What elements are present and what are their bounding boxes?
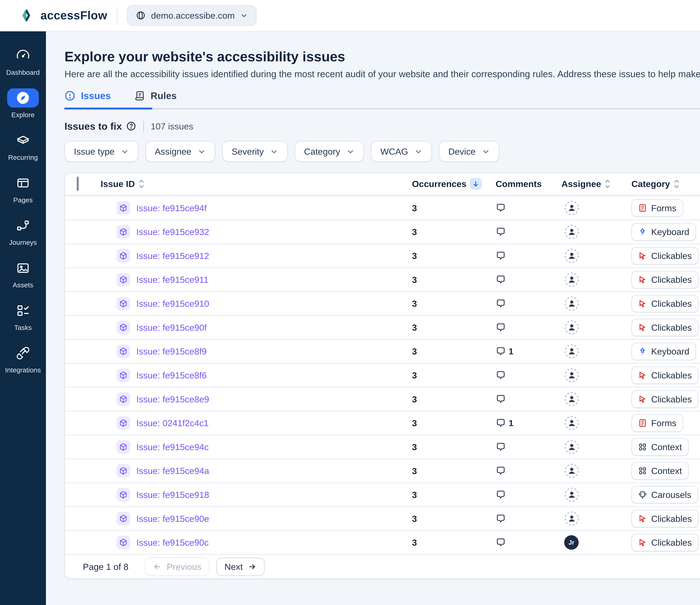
- category-badge: Clickables: [631, 534, 698, 551]
- arrow-right-icon: [248, 562, 256, 571]
- filter-severity[interactable]: Severity: [222, 141, 288, 162]
- comments-button[interactable]: [492, 513, 557, 524]
- issue-package-icon: [117, 512, 130, 526]
- issues-to-fix-heading: Issues to fix: [65, 121, 122, 132]
- comments-button[interactable]: [492, 322, 557, 333]
- sidebar-item-recurring[interactable]: Recurring: [0, 125, 46, 167]
- comments-button[interactable]: [492, 442, 557, 452]
- comments-button[interactable]: [492, 227, 557, 237]
- filter-issue-type[interactable]: Issue type: [65, 141, 138, 162]
- assignee-placeholder-icon[interactable]: [564, 487, 579, 502]
- comments-button[interactable]: [492, 490, 557, 500]
- assignee-placeholder-icon[interactable]: [564, 320, 579, 335]
- issue-link[interactable]: Issue: fe915ce918: [136, 490, 209, 500]
- issue-link[interactable]: Issue: fe915ce94f: [136, 203, 207, 213]
- assignee-avatar[interactable]: Jr: [564, 535, 579, 550]
- filter-assignee[interactable]: Assignee: [145, 141, 215, 162]
- assignee-placeholder-icon[interactable]: [564, 224, 579, 240]
- sidebar-item-label: Tasks: [14, 324, 32, 332]
- tasks-icon: [16, 303, 30, 318]
- comments-button[interactable]: [492, 274, 557, 285]
- comments-button[interactable]: [492, 394, 557, 404]
- category-badge: Forms: [631, 414, 683, 432]
- filter-device[interactable]: Device: [439, 141, 499, 162]
- sidebar-item-assets[interactable]: Assets: [0, 252, 46, 295]
- sidebar-item-pages[interactable]: Pages: [0, 167, 46, 210]
- table-row: Issue: fe915ce90c3JrClickablesHighLevel …: [65, 530, 700, 554]
- clickables-icon: [638, 514, 647, 523]
- assignee-placeholder-icon[interactable]: [564, 296, 579, 311]
- comments-button[interactable]: [492, 537, 557, 548]
- issue-link[interactable]: Issue: fe915ce94c: [136, 442, 209, 452]
- comments-button[interactable]: [492, 203, 557, 213]
- brand-logo[interactable]: accessFlow: [21, 8, 107, 23]
- sidebar-item-tasks[interactable]: Tasks: [0, 295, 46, 338]
- tab-issues[interactable]: Issues: [65, 90, 111, 110]
- issue-link[interactable]: Issue: fe915ce90c: [136, 537, 209, 548]
- comment-icon: [496, 227, 506, 237]
- column-header-issue-id[interactable]: Issue ID: [97, 179, 406, 189]
- table-row: Issue: fe915ce9183CarouselsHighLevel ACa…: [65, 482, 700, 506]
- assignee-placeholder-icon[interactable]: [564, 463, 579, 478]
- issue-package-icon: [117, 249, 130, 263]
- tab-rules[interactable]: Rules: [134, 90, 177, 110]
- domain-selector[interactable]: demo.accessibe.com: [127, 5, 256, 26]
- comments-button[interactable]: [492, 251, 557, 261]
- issue-link[interactable]: Issue: fe915ce94a: [136, 466, 209, 476]
- occurrences-value: 3: [406, 394, 492, 404]
- chevron-down-icon: [414, 147, 423, 155]
- issue-link[interactable]: Issue: fe915ce8f9: [136, 346, 207, 357]
- comment-icon: [496, 466, 506, 476]
- assignee-placeholder-icon[interactable]: [564, 248, 579, 263]
- page-subtitle: Here are all the accessibility issues id…: [65, 69, 700, 79]
- comments-button[interactable]: 1: [492, 346, 557, 357]
- table-header-row: Issue IDOccurrencesCommentsAssigneeCateg…: [65, 173, 700, 195]
- comments-button[interactable]: [492, 370, 557, 380]
- sidebar-item-dashboard[interactable]: Dashboard: [0, 40, 46, 82]
- assignee-placeholder-icon[interactable]: [564, 272, 579, 287]
- next-page-button[interactable]: Next: [216, 558, 265, 576]
- assignee-placeholder-icon[interactable]: [564, 415, 579, 431]
- clickables-icon: [638, 275, 647, 284]
- comment-icon: [496, 346, 506, 357]
- column-header-category[interactable]: Category: [627, 179, 700, 189]
- issue-link[interactable]: Issue: fe915ce932: [136, 227, 209, 237]
- issue-link[interactable]: Issue: fe915ce912: [136, 251, 209, 261]
- issue-link[interactable]: Issue: fe915ce90e: [136, 513, 209, 524]
- sidebar-item-journeys[interactable]: Journeys: [0, 210, 46, 252]
- route-icon: [16, 218, 30, 233]
- issue-link[interactable]: Issue: fe915ce910: [136, 298, 209, 309]
- issue-link[interactable]: Issue: fe915ce8e9: [136, 394, 209, 404]
- assignee-placeholder-icon[interactable]: [564, 368, 579, 383]
- assignee-placeholder-icon[interactable]: [564, 439, 579, 455]
- occurrences-value: 3: [406, 346, 492, 357]
- issues-meta: Issues to fix 107 issues: [65, 121, 700, 132]
- assignee-placeholder-icon[interactable]: [564, 200, 579, 216]
- filter-wcag[interactable]: WCAG: [371, 141, 432, 162]
- sidebar-item-integrations[interactable]: Integrations: [0, 338, 46, 380]
- table-row: Issue: fe915ce94a3ContextHighLevel ASale…: [65, 458, 700, 482]
- column-header-occurrences[interactable]: Occurrences: [406, 178, 492, 190]
- filter-category[interactable]: Category: [295, 141, 364, 162]
- assignee-placeholder-icon[interactable]: [564, 392, 579, 407]
- comments-button[interactable]: [492, 298, 557, 309]
- scroll-icon: [134, 90, 145, 101]
- category-badge: Keyboard: [631, 223, 696, 241]
- issue-link[interactable]: Issue: fe915ce8f6: [136, 370, 207, 380]
- select-all-checkbox[interactable]: [77, 176, 79, 191]
- comment-icon: [496, 298, 506, 309]
- column-header-assignee[interactable]: Assignee: [557, 179, 627, 189]
- previous-page-button[interactable]: Previous: [145, 558, 209, 576]
- assignee-placeholder-icon[interactable]: [564, 511, 579, 526]
- info-icon[interactable]: [126, 121, 136, 131]
- issue-link[interactable]: Issue: fe915ce90f: [136, 322, 207, 333]
- comment-icon: [496, 513, 506, 524]
- sidebar-item-explore[interactable]: Explore: [0, 82, 46, 125]
- chevron-down-icon: [270, 147, 278, 155]
- table-row: Issue: fe915ce9103ClickablesExtremeLevel…: [65, 291, 700, 315]
- comments-button[interactable]: 1: [492, 418, 557, 428]
- issue-link[interactable]: Issue: 0241f2c4c1: [136, 418, 209, 428]
- assignee-placeholder-icon[interactable]: [564, 344, 579, 359]
- comments-button[interactable]: [492, 466, 557, 476]
- issue-link[interactable]: Issue: fe915ce911: [136, 274, 208, 285]
